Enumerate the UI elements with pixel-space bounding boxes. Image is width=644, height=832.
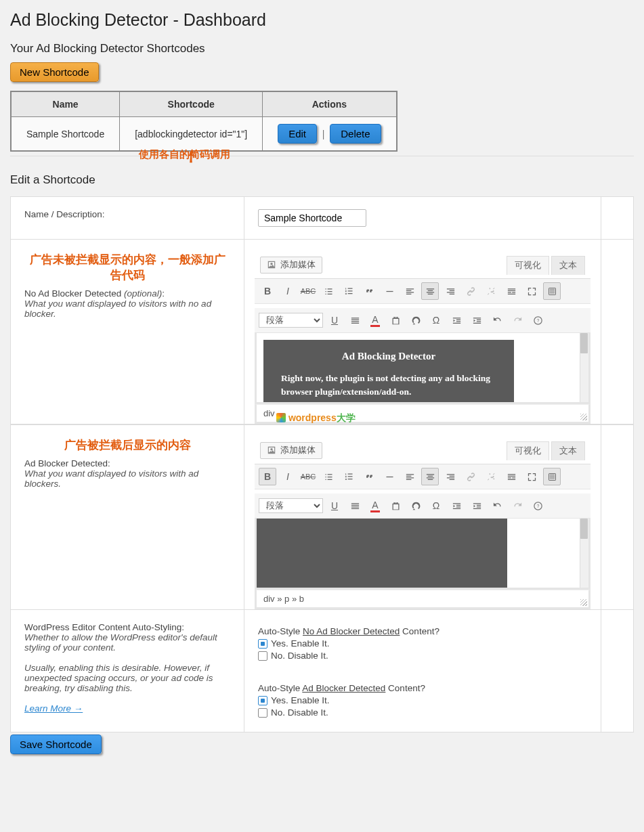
redo-icon[interactable] [509,311,526,329]
strike-icon[interactable]: ABC [299,468,317,485]
bold-icon[interactable]: B [259,468,276,485]
blocker-note: 广告被拦截后显示的内容 [24,437,230,453]
quote-icon[interactable] [360,468,378,485]
underline-icon[interactable]: U [326,497,343,514]
callout-arrow [184,149,634,164]
clear-format-icon[interactable] [407,311,425,329]
learn-more-link[interactable]: Learn More → [24,703,83,714]
edit-section-title: Edit a Shortcode [10,173,634,187]
scrollbar-2[interactable] [580,519,588,588]
table-row: Sample Shortcode [adblockingdetector id=… [11,117,397,152]
indent-icon[interactable] [468,497,486,514]
ul-icon[interactable] [320,468,337,485]
delete-button[interactable]: Delete [330,124,381,144]
tab-text[interactable]: 文本 [551,256,585,275]
checkbox-q2-no[interactable] [258,708,267,718]
no-blocker-note: 广告未被拦截显示的内容，一般添加广告代码 [24,252,230,283]
cell-actions: Edit | Delete [263,117,397,152]
fullscreen-icon[interactable] [523,468,540,485]
editor-content[interactable]: Ad Blocking Detector Right now, the plug… [255,333,591,404]
toolbar-toggle-icon[interactable] [543,468,561,485]
resize-handle-2[interactable] [580,599,587,606]
align-left-icon[interactable] [401,468,418,485]
save-shortcode-button[interactable]: Save Shortcode [10,735,102,754]
align-right-icon[interactable] [442,282,459,300]
link-icon[interactable] [462,282,479,300]
italic-icon[interactable]: I [279,468,297,485]
name-label: Name / Description: [11,197,244,240]
scrollbar[interactable] [580,333,588,402]
editor-no-blocker: 添加媒体 可视化 文本 B I ABC [255,250,591,424]
redo-icon[interactable] [509,497,526,514]
unlink-icon[interactable] [482,282,500,300]
strike-icon[interactable]: ABC [299,282,317,300]
edit-button[interactable]: Edit [278,124,317,144]
blocker-label: Ad Blocker Detected: [24,458,230,468]
col-actions-header: Actions [263,91,397,117]
toolbar-toggle-icon[interactable] [543,282,561,300]
svg-text:?: ? [536,318,539,323]
checkbox-q1-no[interactable] [258,651,267,661]
edit-form-table: Name / Description: 广告未被拦截显示的内容，一般添加广告代码… [10,196,634,732]
checkbox-q2-yes[interactable] [258,696,267,705]
editor-content-2[interactable] [255,519,591,590]
format-select-2[interactable]: 段落 [259,498,323,513]
more-icon[interactable] [502,282,520,300]
help-icon[interactable]: ? [529,497,546,514]
ol-icon[interactable] [340,282,358,300]
align-right-icon[interactable] [442,468,459,485]
bold-icon[interactable]: B [259,282,276,300]
indent-icon[interactable] [468,311,486,329]
fullscreen-icon[interactable] [523,282,540,300]
paste-text-icon[interactable] [387,497,404,514]
editor2-toolbar-2: 段落 U A Ω ? [255,494,591,519]
add-media-button[interactable]: 添加媒体 [260,257,322,273]
outdent-icon[interactable] [448,311,465,329]
editor-blocker: 添加媒体 可视化 文本 B I ABC [255,435,591,609]
autostyle-help2: Usually, enabling this is desirable. How… [24,663,230,693]
more-icon[interactable] [502,468,520,485]
clear-format-icon[interactable] [407,497,425,514]
preview-body: Right now, the plugin is not detecting a… [281,372,496,399]
outdent-icon[interactable] [448,497,465,514]
align-justify-icon[interactable] [346,497,364,514]
add-media-button-2[interactable]: 添加媒体 [260,442,322,459]
hr-icon[interactable] [381,468,398,485]
resize-handle[interactable] [580,414,587,420]
link-icon[interactable] [462,468,479,485]
paste-text-icon[interactable] [387,311,404,329]
tab-visual-2[interactable]: 可视化 [507,441,549,460]
svg-text:?: ? [536,504,539,508]
special-char-icon[interactable]: Ω [427,311,445,329]
ol-icon[interactable] [340,468,358,485]
quote-icon[interactable] [360,282,378,300]
checkbox-q1-yes[interactable] [258,639,267,649]
watermark: wordpress大学 [276,412,356,424]
align-center-icon[interactable] [421,282,439,300]
cell-name: Sample Shortcode [11,117,120,152]
text-color-icon[interactable]: A [366,311,384,329]
align-left-icon[interactable] [401,282,418,300]
underline-icon[interactable]: U [326,311,343,329]
undo-icon[interactable] [488,311,506,329]
ul-icon[interactable] [320,282,337,300]
blocker-help: What you want displayed to visitors with… [24,468,230,489]
hr-icon[interactable] [381,282,398,300]
shortcodes-section-title: Your Ad Blocking Detector Shortcodes [10,42,634,56]
tab-text-2[interactable]: 文本 [551,441,585,460]
svg-rect-4 [386,476,393,477]
align-center-icon[interactable] [421,468,439,485]
name-input[interactable] [258,209,366,227]
format-select[interactable]: 段落 [259,313,323,328]
align-justify-icon[interactable] [346,311,364,329]
new-shortcode-button[interactable]: New Shortcode [10,62,99,82]
unlink-icon[interactable] [482,468,500,485]
italic-icon[interactable]: I [279,282,297,300]
text-color-icon[interactable]: A [366,497,384,514]
help-icon[interactable]: ? [529,311,546,329]
svg-rect-0 [386,290,393,291]
tab-visual[interactable]: 可视化 [507,256,549,275]
special-char-icon[interactable]: Ω [427,497,445,514]
no-blocker-help: What you want displayed to visitors with… [24,299,230,319]
undo-icon[interactable] [488,497,506,514]
